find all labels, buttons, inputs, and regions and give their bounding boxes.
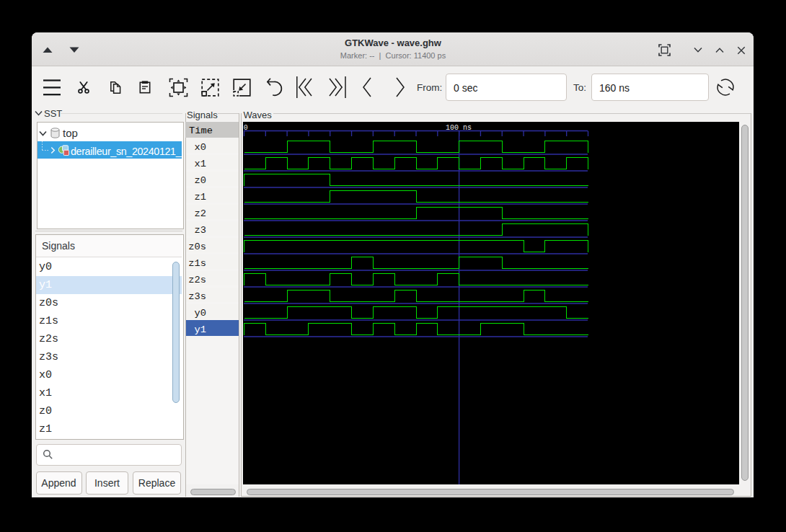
svg-text:0: 0 bbox=[244, 124, 248, 132]
svg-text:100 ns: 100 ns bbox=[446, 124, 472, 132]
